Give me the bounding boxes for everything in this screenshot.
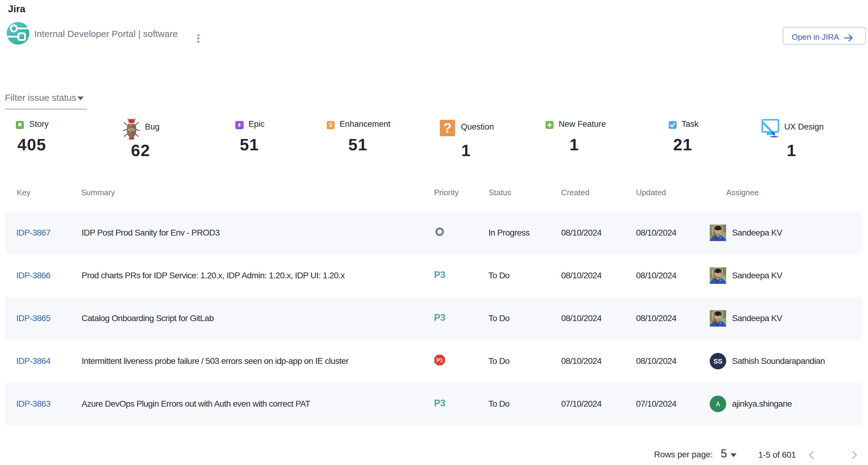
svg-text:</>: </> — [128, 127, 135, 132]
svg-text:?: ? — [443, 120, 452, 136]
svg-text:P1: P1 — [436, 358, 443, 363]
svg-text:SS: SS — [713, 358, 722, 365]
svg-text:A: A — [716, 400, 720, 408]
